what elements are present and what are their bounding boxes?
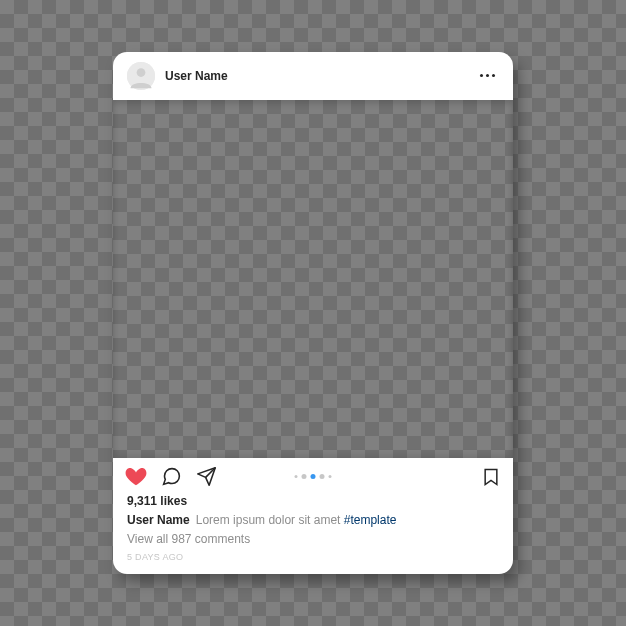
send-icon [196, 466, 217, 487]
svg-point-1 [137, 68, 146, 77]
avatar[interactable] [127, 62, 155, 90]
post-media-placeholder[interactable] [113, 100, 513, 458]
post-header: User Name [113, 52, 513, 100]
more-options-button[interactable] [476, 70, 499, 81]
post-caption: User NameLorem ipsum dolor sit amet #tem… [127, 512, 499, 528]
post-actions [113, 458, 513, 490]
heart-icon [125, 466, 147, 488]
page-dot[interactable] [329, 475, 332, 478]
like-button[interactable] [125, 466, 147, 488]
caption-hashtag[interactable]: #template [344, 513, 397, 527]
likes-count[interactable]: 9,311 likes [127, 494, 499, 508]
bookmark-icon [481, 467, 501, 487]
page-dot[interactable] [295, 475, 298, 478]
caption-username[interactable]: User Name [127, 513, 190, 527]
share-button[interactable] [196, 466, 217, 487]
avatar-placeholder-icon [127, 62, 155, 90]
header-username[interactable]: User Name [165, 69, 476, 83]
page-dot[interactable] [320, 474, 325, 479]
save-button[interactable] [481, 467, 501, 487]
view-comments-link[interactable]: View all 987 comments [127, 532, 499, 546]
caption-text: Lorem ipsum dolor sit amet [196, 513, 344, 527]
post-meta: 9,311 likes User NameLorem ipsum dolor s… [113, 490, 513, 574]
post-card: User Name [113, 52, 513, 574]
more-icon [480, 74, 483, 77]
post-timestamp: 5 DAYS AGO [127, 552, 499, 562]
carousel-pagination [295, 474, 332, 479]
page-dot-active[interactable] [311, 474, 316, 479]
page-dot[interactable] [302, 474, 307, 479]
comment-button[interactable] [161, 466, 182, 487]
comment-icon [161, 466, 182, 487]
